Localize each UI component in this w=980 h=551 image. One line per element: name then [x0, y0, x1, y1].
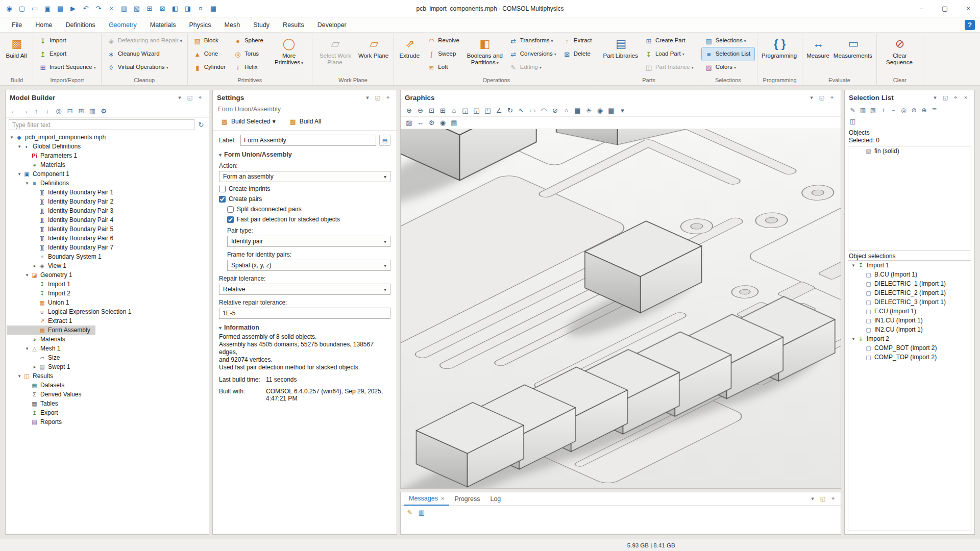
mesh-1-tree-item[interactable]: ▾ △ Mesh 1	[7, 344, 65, 353]
go-to-xy-view-icon[interactable]: ◱	[460, 106, 471, 116]
dielectric-1-import-1-tree-item[interactable]: ▢ DIELECTRIC_1 (Import 1)	[848, 279, 951, 288]
model-tree-settings-icon[interactable]: ⚙	[99, 106, 109, 116]
log-tab[interactable]: Log	[485, 492, 506, 506]
expand-all-icon[interactable]: ⊞	[76, 106, 86, 116]
table-icon[interactable]: ▦	[207, 3, 219, 15]
derived-values-tree-item[interactable]: Σ Derived Values	[7, 390, 86, 399]
create-imprints-row[interactable]: Create imprints	[219, 185, 390, 192]
form-assembly-tree-item[interactable]: ▩ Form Assembly	[7, 325, 95, 335]
select-work-plane-button[interactable]: ▱ Select Work Plane	[315, 34, 356, 75]
import-1-tree-item[interactable]: ▾ ↧ Import 1	[848, 261, 894, 270]
insert-sequence-button[interactable]: ⊞ Insert Sequence▾	[36, 61, 99, 74]
pin-icon[interactable]: ⌖	[195, 93, 205, 102]
help-button[interactable]: ?	[965, 20, 975, 30]
camera-icon[interactable]: ◉	[437, 118, 448, 128]
reports-tree-item[interactable]: ▤ Reports	[7, 417, 67, 427]
selection-list-button[interactable]: ≡ Selection List	[702, 47, 754, 61]
show-icon[interactable]: ◎	[54, 106, 64, 116]
float-panel-icon[interactable]: ◱	[373, 93, 382, 102]
repair-tolerance-select[interactable]: Relative	[219, 284, 390, 295]
extract-button[interactable]: ↑ Extract	[560, 34, 596, 47]
duplicate-icon[interactable]: ⊞	[143, 3, 156, 15]
logical-expression-selection-1-tree-item[interactable]: ∪ Logical Expression Selection 1	[7, 307, 136, 316]
print-graphics-icon[interactable]: ▤	[606, 106, 617, 116]
twisty-icon[interactable]: ▸	[32, 364, 38, 369]
measure-button[interactable]: ↔ Measure	[805, 34, 832, 75]
delete-icon[interactable]: ⊠	[156, 3, 168, 15]
twisty-icon[interactable]: ▸	[32, 263, 38, 268]
block-button[interactable]: ▧ Block	[190, 34, 230, 47]
view-settings-icon[interactable]: ▾	[617, 106, 628, 116]
print-graphics-icon[interactable]: ▤	[449, 118, 459, 128]
identity-boundary-pair-3-tree-item[interactable]: ][ Identity Boundary Pair 3	[7, 206, 118, 215]
geometry-tab[interactable]: Geometry	[102, 17, 143, 33]
show-menu-icon[interactable]: ◫	[848, 117, 857, 126]
new-icon[interactable]: ▢	[16, 3, 28, 15]
twisty-icon[interactable]: ▾	[24, 346, 30, 351]
application-builder-icon[interactable]: ◨	[182, 3, 194, 15]
minimize-button[interactable]: –	[910, 0, 933, 17]
boundary-system-1-tree-item[interactable]: ⌖ Boundary System 1	[7, 252, 107, 261]
editing-button[interactable]: ✎ Editing▾	[506, 61, 559, 74]
definitions-tab[interactable]: Definitions	[59, 17, 102, 33]
extract-1-tree-item[interactable]: ↗ Extract 1	[7, 316, 77, 325]
save-icon[interactable]: ▣	[41, 3, 54, 15]
search-icon[interactable]: ¤	[194, 3, 207, 15]
torus-button[interactable]: ◎ Torus	[231, 47, 267, 61]
pair-type-select[interactable]: Identity pair	[227, 236, 390, 247]
component-1-tree-item[interactable]: ▾ ▣ Component 1	[7, 169, 75, 179]
go-to-xz-view-icon[interactable]: ◳	[482, 106, 493, 116]
rotate-icon[interactable]: ↻	[505, 106, 516, 116]
pin-icon[interactable]: ⌖	[383, 93, 393, 102]
fast-pair-detection-row[interactable]: Fast pair detection for stacked objects	[227, 216, 390, 223]
twisty-icon[interactable]: ▾	[16, 144, 22, 149]
show-icon[interactable]: ◎	[899, 106, 909, 115]
graphics-canvas[interactable]	[401, 129, 841, 488]
add-icon[interactable]: +	[878, 106, 888, 115]
section-information[interactable]: Information	[219, 324, 390, 331]
transparency-icon[interactable]: ○	[561, 106, 572, 116]
cleanup-wizard-button[interactable]: ∗ Cleanup Wizard	[104, 47, 185, 61]
twisty-icon[interactable]: ▾	[850, 336, 856, 341]
float-panel-icon[interactable]: ◱	[941, 93, 950, 102]
paste-icon[interactable]: ▧	[131, 3, 143, 15]
import-2-tree-item[interactable]: ↧ Import 2	[7, 289, 76, 298]
delete-button[interactable]: ⊠ Delete	[560, 47, 596, 61]
part-libraries-button[interactable]: ▤ Part Libraries	[602, 34, 641, 75]
in1-cu-import-1-tree-item[interactable]: ▢ IN1.CU (Import 1)	[848, 316, 928, 325]
edit-icon[interactable]: ✎	[848, 106, 857, 115]
union-1-tree-item[interactable]: ▦ Union 1	[7, 298, 74, 307]
create-part-button[interactable]: ⊞ Create Part	[642, 34, 696, 47]
relative-repair-input[interactable]	[219, 308, 390, 319]
clear-sequence-button[interactable]: ⊘ Clear Sequence	[879, 34, 920, 75]
programming-button[interactable]: { } Programming	[760, 34, 799, 75]
back-icon[interactable]: ←	[9, 106, 19, 116]
defeaturing-and-repair-button[interactable]: ◈ Defeaturing and Repair▾	[104, 34, 185, 47]
create-pairs-checkbox[interactable]	[219, 196, 226, 203]
home-tab[interactable]: Home	[29, 17, 59, 33]
materials-tree-item[interactable]: ◕ Materials	[7, 160, 70, 169]
create-pairs-row[interactable]: Create pairs	[219, 195, 390, 203]
list-settings-icon[interactable]: ≣	[929, 106, 939, 115]
undo-icon[interactable]: ↶	[80, 3, 92, 15]
load-part-button[interactable]: ↧ Load Part▾	[642, 47, 696, 61]
chevron-down-icon[interactable]: ▾	[930, 93, 940, 102]
b-cu-import-1-tree-item[interactable]: ▢ B.CU (Import 1)	[848, 270, 922, 279]
file-tab[interactable]: File	[5, 17, 29, 33]
pin-icon[interactable]: ⌖	[951, 93, 960, 102]
twisty-icon[interactable]: ▾	[9, 135, 15, 140]
paste-icon[interactable]: ▧	[868, 106, 878, 115]
view-1-tree-item[interactable]: ▸ ◈ View 1	[7, 261, 71, 270]
twisty-icon[interactable]: ▾	[24, 181, 30, 186]
selections-button[interactable]: ▥ Selections▾	[702, 34, 754, 47]
export-button[interactable]: ↥ Export	[36, 47, 99, 61]
float-panel-icon[interactable]: ◱	[185, 93, 194, 102]
frame-select[interactable]: Spatial (x, y, z)	[227, 260, 390, 271]
twisty-icon[interactable]: ▾	[850, 263, 856, 268]
run-icon[interactable]: ▶	[67, 3, 79, 15]
messages-tab[interactable]: Messages	[404, 492, 449, 506]
maximize-button[interactable]: ▢	[933, 0, 957, 17]
physics-tab[interactable]: Physics	[182, 17, 217, 33]
results-tab[interactable]: Results	[276, 17, 311, 33]
comp-top-import-2-tree-item[interactable]: ▢ COMP_TOP (Import 2)	[848, 353, 942, 362]
